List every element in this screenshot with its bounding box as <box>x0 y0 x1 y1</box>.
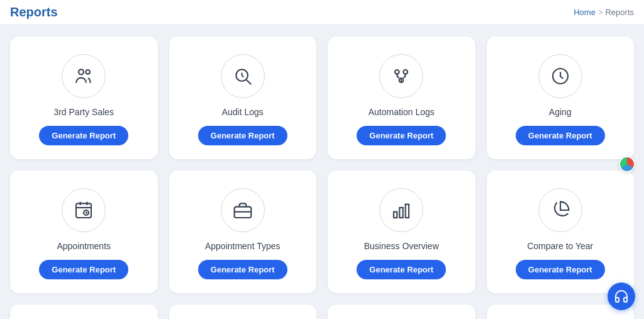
appointments-label: Appointments <box>57 241 111 251</box>
generate-report-appointment-types[interactable]: Generate Report <box>198 260 287 279</box>
svg-point-1 <box>86 70 91 74</box>
third-party-sales-icon-circle <box>62 54 106 98</box>
generate-report-business-overview[interactable]: Generate Report <box>357 260 446 279</box>
page-header: Reports Home > Reports <box>0 0 644 25</box>
svg-point-7 <box>404 70 408 74</box>
aging-label: Aging <box>549 107 572 117</box>
svg-point-6 <box>395 70 399 74</box>
generate-report-automation-logs[interactable]: Generate Report <box>357 126 446 145</box>
report-card-third-party-sales: 3rd Party Sales Generate Report <box>10 36 158 159</box>
third-party-sales-label: 3rd Party Sales <box>53 107 114 117</box>
compare-to-year-icon-circle <box>538 188 582 232</box>
search-icon <box>233 66 253 86</box>
main-content: 3rd Party Sales Generate Report Audit Lo… <box>0 25 644 319</box>
report-card-trending <box>328 305 475 319</box>
audit-logs-icon-circle <box>221 54 265 98</box>
page-title: Reports <box>10 5 58 20</box>
report-card-cash-drawer2 <box>169 305 317 319</box>
svg-line-3 <box>247 80 251 84</box>
business-overview-label: Business Overview <box>364 241 439 251</box>
report-card-business-overview: Business Overview Generate Report <box>328 171 475 293</box>
extension-icon <box>619 156 635 172</box>
breadcrumb: Home > Reports <box>574 8 634 17</box>
automation-logs-icon-circle <box>379 54 423 98</box>
svg-line-5 <box>242 76 243 77</box>
generate-report-appointments[interactable]: Generate Report <box>39 260 128 279</box>
report-card-appointment-types: Appointment Types Generate Report <box>169 171 317 293</box>
compare-to-year-label: Compare to Year <box>527 241 593 251</box>
git-merge-icon <box>391 66 411 86</box>
appointment-types-icon-circle <box>221 188 265 232</box>
svg-rect-20 <box>406 204 409 218</box>
briefcase-icon <box>233 200 253 220</box>
pie-chart-icon <box>550 200 570 220</box>
people-icon <box>74 66 94 86</box>
reports-grid-row3-partial <box>10 305 634 319</box>
generate-report-audit-logs[interactable]: Generate Report <box>198 126 287 145</box>
generate-report-compare-to-year[interactable]: Generate Report <box>516 260 605 279</box>
report-card-cash-drawer <box>10 305 158 319</box>
appointment-types-label: Appointment Types <box>205 241 280 251</box>
breadcrumb-home[interactable]: Home <box>574 8 596 17</box>
report-card-compare-to-year: Compare to Year Generate Report <box>487 171 635 293</box>
reports-grid-row2: Appointments Generate Report Appointment… <box>10 171 634 293</box>
breadcrumb-current: Reports <box>605 8 634 17</box>
headphones-icon <box>614 289 629 304</box>
appointments-icon-circle <box>62 188 106 232</box>
calendar-clock-icon <box>74 200 94 220</box>
svg-rect-11 <box>76 203 91 218</box>
svg-point-0 <box>79 69 84 74</box>
breadcrumb-separator: > <box>598 8 603 17</box>
report-card-audit-logs: Audit Logs Generate Report <box>169 36 317 159</box>
aging-icon-circle <box>538 54 582 98</box>
report-card-automation-logs: Automation Logs Generate Report <box>328 36 475 159</box>
svg-rect-18 <box>394 212 397 218</box>
generate-report-aging[interactable]: Generate Report <box>516 126 605 145</box>
business-overview-icon-circle <box>379 188 423 232</box>
report-card-appointments: Appointments Generate Report <box>10 171 158 293</box>
automation-logs-label: Automation Logs <box>369 107 435 117</box>
audit-logs-label: Audit Logs <box>222 107 264 117</box>
reports-grid-row1: 3rd Party Sales Generate Report Audit Lo… <box>10 36 634 159</box>
report-card-aging: Aging Generate Report <box>487 36 635 159</box>
clock-icon <box>550 66 570 86</box>
generate-report-third-party-sales[interactable]: Generate Report <box>39 126 128 145</box>
svg-rect-19 <box>400 208 403 218</box>
support-button[interactable] <box>608 283 635 310</box>
bar-chart-icon <box>391 200 411 220</box>
